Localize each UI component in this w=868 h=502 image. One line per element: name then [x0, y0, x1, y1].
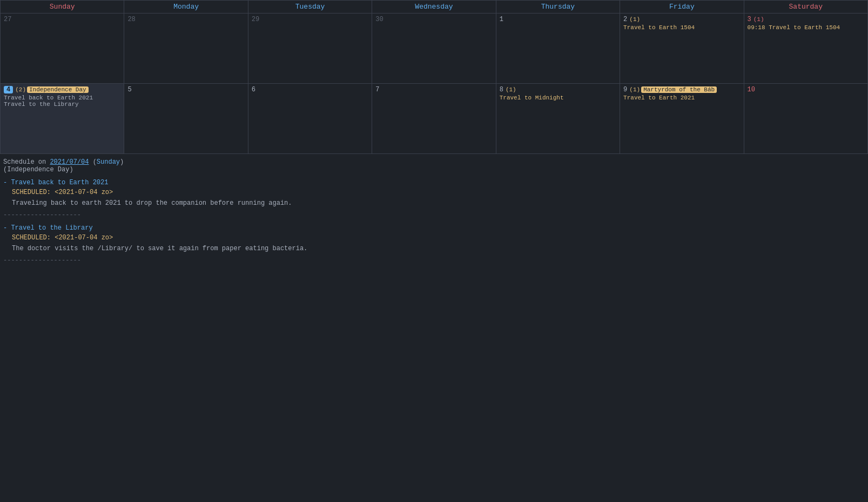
- calendar-event[interactable]: Travel to Earth 2021: [623, 95, 740, 101]
- calendar-cell[interactable]: 4(2)Independence DayTravel back to Earth…: [1, 84, 124, 154]
- calendar-cell[interactable]: 7: [372, 84, 496, 154]
- day-number-line: 3(1): [748, 16, 864, 23]
- schedule-description: The doctor visits the /Library/ to save …: [12, 245, 865, 252]
- event-count-badge: (2): [15, 86, 26, 93]
- day-number-line: 10: [748, 86, 864, 93]
- day-number: 8: [500, 86, 503, 93]
- col-header-thursday: Thursday: [496, 1, 620, 14]
- event-count-badge: (1): [629, 86, 640, 93]
- schedule-entry-title: - Travel to the Library: [3, 224, 865, 232]
- day-number-line: 9(1)Martyrdom of the Báb: [623, 86, 740, 93]
- calendar-cell[interactable]: 29: [248, 14, 372, 84]
- day-number: 29: [252, 16, 259, 23]
- event-count-badge: (1): [506, 86, 516, 93]
- schedule-header: Schedule on 2021/07/04 (Sunday): [3, 158, 865, 166]
- calendar-week-row: 2728293012(1)Travel to Earth 15043(1)09:…: [1, 14, 868, 84]
- schedule-prefix2: chedule on: [7, 158, 50, 166]
- calendar-cell[interactable]: 5: [124, 84, 248, 154]
- calendar-cell[interactable]: 8(1)Travel to Midnight: [496, 84, 620, 154]
- calendar-event[interactable]: Travel to Earth 1504: [623, 24, 740, 31]
- day-number: 1: [500, 16, 503, 23]
- schedule-date-link[interactable]: 2021/07/04: [50, 158, 89, 166]
- calendar-cell[interactable]: 10: [744, 84, 867, 154]
- day-number-line: 30: [375, 16, 492, 23]
- calendar-cell[interactable]: 3(1)09:18 Travel to Earth 1504: [744, 14, 867, 84]
- day-number-line: 29: [252, 16, 368, 23]
- day-number: 28: [127, 16, 135, 23]
- schedule-divider: --------------------: [3, 257, 865, 264]
- day-number: 5: [127, 86, 131, 93]
- col-header-tuesday: Tuesday: [248, 1, 372, 14]
- schedule-section: Schedule on 2021/07/04 (Sunday) (Indepen…: [0, 154, 868, 269]
- calendar-week-row: 4(2)Independence DayTravel back to Earth…: [1, 84, 868, 154]
- col-header-sunday: Sunday: [1, 1, 124, 14]
- day-number-line: 6: [252, 86, 368, 93]
- day-number-line: 5: [127, 86, 244, 93]
- day-number-line: 2(1): [623, 16, 740, 23]
- schedule-scheduled: SCHEDULED: <2021-07-04 zo>: [12, 189, 865, 196]
- calendar-cell[interactable]: 30: [372, 14, 496, 84]
- schedule-scheduled: SCHEDULED: <2021-07-04 zo>: [12, 234, 865, 242]
- day-number-line: 28: [127, 16, 244, 23]
- day-number: 27: [4, 16, 11, 23]
- day-number: 3: [748, 16, 751, 23]
- schedule-day: Sunday: [97, 158, 120, 166]
- col-header-wednesday: Wednesday: [372, 1, 496, 14]
- schedule-description: Traveling back to earth 2021 to drop the…: [12, 199, 865, 207]
- calendar-cell[interactable]: 2(1)Travel to Earth 1504: [620, 14, 744, 84]
- calendar-cell[interactable]: 27: [1, 14, 124, 84]
- col-header-friday: Friday: [620, 1, 744, 14]
- day-number-line: 4(2)Independence Day: [4, 86, 120, 93]
- calendar-event[interactable]: Travel back to Earth 2021: [4, 95, 120, 101]
- holiday-label: Martyrdom of the Báb: [641, 86, 717, 93]
- day-number-line: 27: [4, 16, 120, 23]
- day-number: 7: [375, 86, 379, 93]
- calendar-event[interactable]: 09:18 Travel to Earth 1504: [748, 24, 864, 31]
- schedule-entry-title: - Travel back to Earth 2021: [3, 179, 865, 186]
- day-number-line: 8(1): [500, 86, 616, 93]
- calendar-event[interactable]: Travel to the Library: [4, 101, 120, 108]
- col-header-saturday: Saturday: [744, 1, 867, 14]
- schedule-space: (: [89, 158, 96, 166]
- day-number: 10: [748, 86, 755, 93]
- schedule-divider: --------------------: [3, 211, 865, 219]
- col-header-monday: Monday: [124, 1, 248, 14]
- selected-day-badge: 4: [4, 86, 13, 93]
- schedule-holiday: (Independence Day): [3, 166, 865, 173]
- calendar-cell[interactable]: 9(1)Martyrdom of the BábTravel to Earth …: [620, 84, 744, 154]
- day-number: 6: [252, 86, 255, 93]
- day-number: 2: [623, 16, 627, 23]
- calendar-cell[interactable]: 6: [248, 84, 372, 154]
- calendar-cell[interactable]: 1: [496, 14, 620, 84]
- calendar-header-row: SundayMondayTuesdayWednesdayThursdayFrid…: [1, 1, 868, 14]
- calendar-event[interactable]: Travel to Midnight: [500, 95, 616, 101]
- event-count-badge: (1): [753, 16, 764, 23]
- calendar-cell[interactable]: 28: [124, 14, 248, 84]
- day-number: 30: [375, 16, 383, 23]
- day-number-line: 7: [375, 86, 492, 93]
- schedule-paren: ): [120, 158, 124, 166]
- holiday-label: Independence Day: [27, 86, 89, 93]
- day-number: 9: [623, 86, 627, 93]
- calendar-table: SundayMondayTuesdayWednesdayThursdayFrid…: [0, 0, 868, 154]
- day-number-line: 1: [500, 16, 616, 23]
- event-count-badge: (1): [629, 16, 640, 23]
